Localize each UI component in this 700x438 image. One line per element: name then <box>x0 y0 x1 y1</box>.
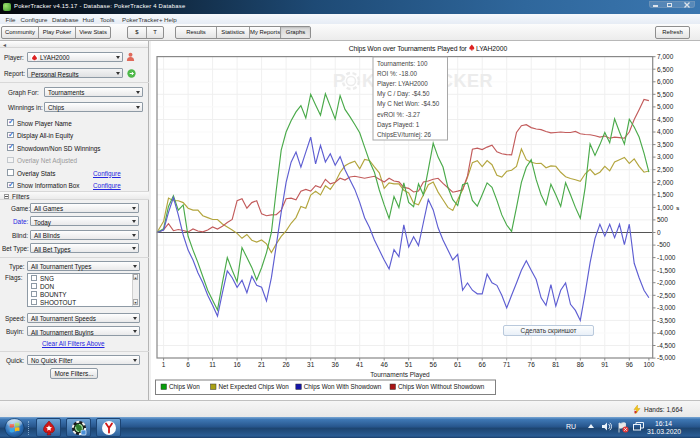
svg-text:ChipsEV/turniej: 26: ChipsEV/turniej: 26 <box>377 131 431 139</box>
svg-text:Chips Won Without Showdown: Chips Won Without Showdown <box>398 383 485 391</box>
svg-text:1,000: 1,000 <box>657 204 674 211</box>
svg-text:s: s <box>676 205 680 211</box>
svg-text:LYAH2000: LYAH2000 <box>476 45 507 52</box>
svg-text:Net Expected Chips Won: Net Expected Chips Won <box>219 383 290 391</box>
svg-text:66: 66 <box>479 361 487 368</box>
svg-text:51: 51 <box>405 361 413 368</box>
svg-text:11: 11 <box>209 361 216 368</box>
svg-text:evROI %: -3.27: evROI %: -3.27 <box>377 111 421 118</box>
svg-text:P: P <box>333 71 346 91</box>
svg-text:6: 6 <box>186 361 190 368</box>
svg-text:-5,000: -5,000 <box>657 354 676 361</box>
svg-text:5,500: 5,500 <box>657 91 674 98</box>
svg-text:61: 61 <box>454 361 462 368</box>
svg-text:1,500: 1,500 <box>657 191 674 198</box>
svg-text:6,000: 6,000 <box>657 78 674 85</box>
svg-text:31: 31 <box>307 361 315 368</box>
svg-text:Chips Won With Showdown: Chips Won With Showdown <box>304 383 382 391</box>
svg-text:Chips Won over Tournaments Pla: Chips Won over Tournaments Played for <box>349 45 468 53</box>
svg-text:-2,500: -2,500 <box>657 292 676 299</box>
svg-text:-500: -500 <box>657 241 670 248</box>
svg-text:56: 56 <box>430 361 438 368</box>
svg-text:500: 500 <box>657 216 668 223</box>
svg-text:-4,500: -4,500 <box>657 342 676 349</box>
svg-text:96: 96 <box>626 361 634 368</box>
svg-text:Chips Won: Chips Won <box>169 383 200 391</box>
svg-text:0: 0 <box>657 229 661 236</box>
svg-text:91: 91 <box>601 361 609 368</box>
svg-text:ROI %: -18.00: ROI %: -18.00 <box>377 70 417 77</box>
svg-text:My C / Day: -$4.50: My C / Day: -$4.50 <box>377 90 430 98</box>
svg-text:-3,500: -3,500 <box>657 317 676 324</box>
svg-text:76: 76 <box>528 361 536 368</box>
svg-text:71: 71 <box>503 361 511 368</box>
svg-text:81: 81 <box>552 361 560 368</box>
svg-text:6,500: 6,500 <box>657 66 674 73</box>
svg-text:2,000: 2,000 <box>657 179 674 186</box>
svg-text:26: 26 <box>282 361 290 368</box>
svg-text:46: 46 <box>381 361 389 368</box>
svg-text:100: 100 <box>643 361 654 368</box>
svg-text:36: 36 <box>332 361 340 368</box>
svg-text:-4,000: -4,000 <box>657 329 676 336</box>
svg-text:My C Net Won: -$4.50: My C Net Won: -$4.50 <box>377 100 440 108</box>
svg-text:-2,000: -2,000 <box>657 279 676 286</box>
svg-text:7,000: 7,000 <box>657 53 674 60</box>
svg-text:-1,000: -1,000 <box>657 254 676 261</box>
svg-text:Tournaments: 100: Tournaments: 100 <box>377 60 428 67</box>
svg-text:3,500: 3,500 <box>657 141 674 148</box>
svg-text:4,000: 4,000 <box>657 128 674 135</box>
svg-text:Player: LYAH2000: Player: LYAH2000 <box>377 80 428 88</box>
svg-text:86: 86 <box>577 361 585 368</box>
svg-text:41: 41 <box>356 361 364 368</box>
svg-text:4,500: 4,500 <box>657 116 674 123</box>
svg-text:1: 1 <box>162 361 166 368</box>
svg-text:-1,500: -1,500 <box>657 267 676 274</box>
svg-text:3,000: 3,000 <box>657 153 674 160</box>
svg-text:16: 16 <box>233 361 241 368</box>
svg-text:-3,000: -3,000 <box>657 304 676 311</box>
svg-text:21: 21 <box>258 361 266 368</box>
svg-text:Tournaments Played: Tournaments Played <box>370 371 430 379</box>
svg-text:5,000: 5,000 <box>657 103 674 110</box>
svg-text:Days Played: 1: Days Played: 1 <box>377 121 420 129</box>
svg-text:2,500: 2,500 <box>657 166 674 173</box>
